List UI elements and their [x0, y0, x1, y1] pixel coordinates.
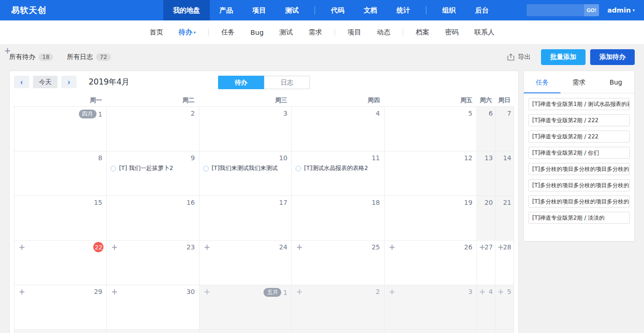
- sidebar-task-item[interactable]: [T]禅道专业版第2期 / 淡淡的: [528, 212, 630, 224]
- topnav-item[interactable]: 后台: [465, 0, 498, 20]
- sidebar-task-item[interactable]: [T]禅道专业版第1期 / 测试水晶报表的表格: [528, 98, 630, 110]
- calendar-day-cell[interactable]: +28: [496, 241, 514, 285]
- calendar-day-cell[interactable]: [14, 330, 107, 333]
- calendar-day-cell[interactable]: 2: [107, 107, 199, 151]
- topnav-item[interactable]: 产品: [210, 0, 243, 20]
- add-todo-icon[interactable]: +: [389, 242, 395, 252]
- add-todo-icon[interactable]: +: [204, 242, 210, 252]
- sidebar-task-item[interactable]: [T]禅道专业版第2期 / 222: [528, 114, 630, 126]
- calendar-day-cell[interactable]: 8: [14, 151, 107, 196]
- calendar-day-cell[interactable]: +4: [477, 285, 496, 330]
- subnav-item[interactable]: 动态: [369, 28, 398, 37]
- calendar-day-cell[interactable]: 4: [292, 107, 384, 151]
- calendar-day-cell[interactable]: [477, 330, 496, 333]
- calendar-day-cell[interactable]: 16: [107, 196, 199, 241]
- add-todo-icon[interactable]: +: [204, 287, 210, 296]
- add-todo-icon[interactable]: +: [479, 287, 485, 296]
- todo-status-circle[interactable]: [296, 166, 301, 171]
- sidebar-tab[interactable]: 需求: [560, 71, 597, 93]
- topnav-item[interactable]: 文档: [354, 0, 387, 20]
- calendar-day-cell[interactable]: 6: [477, 107, 496, 151]
- calendar-day-cell[interactable]: +27: [477, 241, 496, 285]
- calendar-day-cell[interactable]: +五月1: [200, 285, 292, 330]
- calendar-day-cell[interactable]: 7: [496, 107, 514, 151]
- todo-status-circle[interactable]: [203, 166, 209, 171]
- prev-month-button[interactable]: ‹: [14, 76, 29, 88]
- add-todo-icon[interactable]: +: [389, 287, 395, 296]
- calendar-day-cell[interactable]: +3: [385, 285, 477, 330]
- calendar-day-cell[interactable]: 20: [477, 196, 496, 241]
- add-todo-icon[interactable]: +: [111, 287, 117, 296]
- calendar-day-cell[interactable]: 3: [200, 107, 292, 151]
- calendar-day-cell[interactable]: 10[T]我们来测试我们来测试: [200, 151, 292, 196]
- search-go-button[interactable]: GO!: [584, 4, 599, 16]
- subnav-item[interactable]: Bug: [243, 29, 271, 36]
- sidebar-task-item[interactable]: [T]禅道专业版第2期 / 222: [528, 131, 630, 143]
- subnav-item[interactable]: 待办▾: [171, 28, 204, 37]
- calendar-day-cell[interactable]: 11[T]测试水晶报表的表格2: [292, 151, 384, 196]
- sidebar-task-item[interactable]: [T]多分枝的项目多分枝的项目多分枝的项目: [528, 196, 630, 208]
- add-todo-icon[interactable]: +: [497, 287, 504, 296]
- calendar-day-cell[interactable]: [496, 330, 514, 333]
- calendar-day-cell[interactable]: [292, 330, 384, 333]
- calendar-day-cell[interactable]: 17: [200, 196, 292, 241]
- topnav-item[interactable]: 代码: [321, 0, 354, 20]
- calendar-day-cell[interactable]: 四月1: [14, 107, 107, 151]
- sidebar-task-item[interactable]: [T]多分枝的项目多分枝的项目多分枝的项目: [528, 179, 630, 191]
- add-todo-icon[interactable]: +: [19, 242, 25, 252]
- batch-add-button[interactable]: + 批量添加: [541, 49, 586, 65]
- subnav-item[interactable]: 项目: [340, 28, 369, 37]
- topnav-item[interactable]: 组织: [432, 0, 465, 20]
- todo-status-circle[interactable]: [110, 166, 116, 171]
- search-input[interactable]: [527, 4, 584, 16]
- export-button[interactable]: 导出: [507, 53, 531, 61]
- todo-event[interactable]: [T]测试水晶报表的表格2: [296, 164, 380, 172]
- calendar-day-cell[interactable]: 14: [496, 151, 514, 196]
- add-todo-icon[interactable]: +: [111, 242, 117, 252]
- subnav-item[interactable]: 首页: [142, 28, 171, 37]
- calendar-day-cell[interactable]: [385, 330, 477, 333]
- calendar-day-cell[interactable]: 12: [385, 151, 477, 196]
- todo-event[interactable]: [T] 我们一起拔萝卜2: [110, 164, 195, 172]
- filter-toggle[interactable]: 所有待办18: [9, 53, 53, 61]
- calendar-day-cell[interactable]: 18: [292, 196, 384, 241]
- sidebar-task-item[interactable]: [T]禅道专业版第2期 / 你们: [528, 147, 630, 159]
- sidebar-tab[interactable]: Bug: [598, 71, 634, 93]
- calendar-day-cell[interactable]: +25: [292, 241, 384, 285]
- calendar-day-cell[interactable]: +30: [107, 285, 199, 330]
- calendar-day-cell[interactable]: [107, 330, 199, 333]
- add-todo-icon[interactable]: +: [296, 287, 303, 296]
- calendar-day-cell[interactable]: +29: [14, 285, 107, 330]
- add-todo-button[interactable]: + 添加待办: [590, 49, 635, 65]
- add-todo-icon[interactable]: +: [296, 242, 303, 252]
- calendar-day-cell[interactable]: 19: [385, 196, 477, 241]
- subnav-item[interactable]: 联系人: [466, 28, 502, 37]
- add-todo-icon[interactable]: +: [19, 287, 25, 296]
- calendar-day-cell[interactable]: +26: [385, 241, 477, 285]
- calendar-day-cell[interactable]: 9[T] 我们一起拔萝卜2: [107, 151, 199, 196]
- view-toggle-button[interactable]: 待办: [218, 76, 264, 89]
- sidebar-tab[interactable]: 任务: [524, 71, 560, 93]
- topnav-item[interactable]: 测试: [276, 0, 309, 20]
- calendar-day-cell[interactable]: 5: [385, 107, 477, 151]
- calendar-day-cell[interactable]: [200, 330, 292, 333]
- topnav-item[interactable]: 统计: [387, 0, 420, 20]
- subnav-item[interactable]: 密码: [437, 28, 466, 37]
- today-button[interactable]: 今天: [33, 76, 58, 88]
- calendar-day-cell[interactable]: +24: [200, 241, 292, 285]
- filter-toggle[interactable]: 所有日志72: [67, 53, 110, 61]
- calendar-day-cell[interactable]: +23: [107, 241, 199, 285]
- calendar-day-cell[interactable]: 21: [496, 196, 514, 241]
- calendar-day-cell[interactable]: +2: [292, 285, 384, 330]
- subnav-item[interactable]: 需求: [301, 28, 330, 37]
- subnav-item[interactable]: 测试: [271, 28, 301, 37]
- calendar-day-cell[interactable]: +5: [496, 285, 514, 330]
- subnav-item[interactable]: 任务: [213, 28, 243, 37]
- topnav-item[interactable]: 我的地盘: [163, 0, 210, 20]
- topnav-item[interactable]: 项目: [243, 0, 276, 20]
- next-month-button[interactable]: ›: [61, 76, 77, 88]
- calendar-day-cell[interactable]: 13: [477, 151, 496, 196]
- subnav-item[interactable]: 档案: [408, 28, 437, 37]
- todo-event[interactable]: [T]我们来测试我们来测试: [203, 164, 288, 172]
- calendar-day-cell[interactable]: 15: [14, 196, 107, 241]
